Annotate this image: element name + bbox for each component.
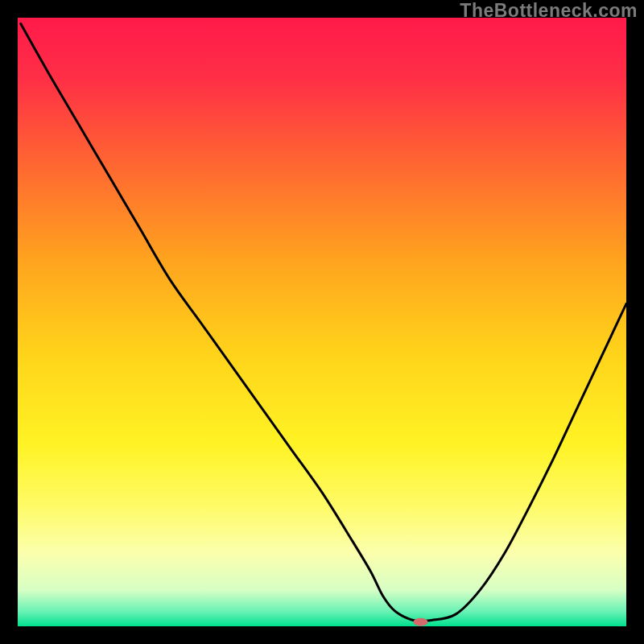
bottleneck-chart	[18, 18, 626, 626]
chart-container: TheBottleneck.com	[0, 0, 644, 644]
watermark-text: TheBottleneck.com	[460, 0, 638, 22]
optimal-marker	[413, 618, 427, 626]
heat-background	[18, 18, 626, 626]
